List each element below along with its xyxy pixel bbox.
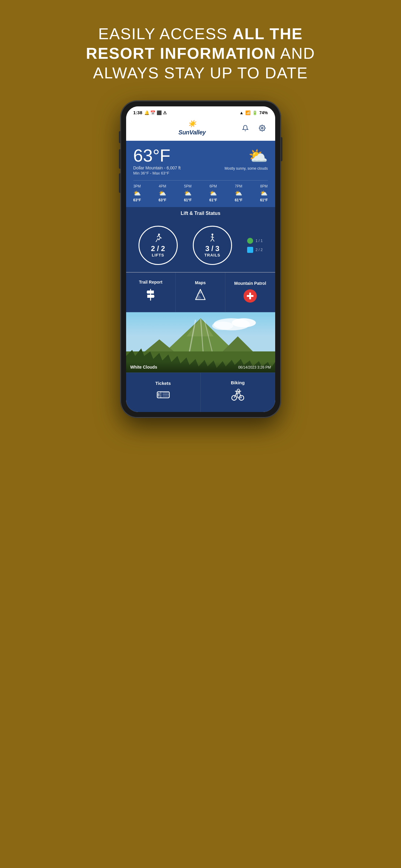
hour-icon: ⛅ — [184, 190, 192, 197]
logo-text: SunValley — [178, 129, 205, 136]
hero-line1-bold: ALL THE — [233, 25, 303, 42]
weather-left: 63°F Dollar Mountain - 6,007 ft Min 36°F… — [133, 147, 181, 176]
svg-point-2 — [211, 234, 213, 236]
svg-line-4 — [210, 239, 212, 241]
biking-label: Biking — [231, 380, 245, 385]
hour-label: 5PM — [184, 184, 192, 188]
status-left: 1:38 🔔 📅 ⬛ ⚠ — [133, 110, 167, 115]
lifts-count: 2 / 2 — [151, 245, 165, 252]
action-tiles: Trail Report Maps — [126, 272, 275, 312]
trails-count: 3 / 3 — [205, 245, 219, 252]
biking-tile[interactable]: Biking — [201, 373, 275, 412]
groomed-fraction: 2 / 2 — [256, 248, 262, 252]
battery-percent: 74% — [259, 110, 268, 115]
trails-label: TRAILS — [204, 253, 220, 257]
mountain-patrol-tile[interactable]: Mountain Patrol — [225, 273, 275, 312]
bike-icon — [231, 389, 245, 404]
weather-icon: ⛅ — [225, 147, 268, 165]
svg-rect-31 — [158, 393, 160, 397]
hero-line2-bold: RESORT INFORMATION — [86, 44, 276, 62]
weather-hour-6: 8PM ⛅ 61°F — [260, 184, 268, 202]
bottom-tiles: Tickets — [126, 373, 275, 412]
status-legend: 1 / 1 2 / 2 — [247, 238, 262, 253]
hour-temp: 63°F — [159, 198, 166, 202]
photo-location: White Clouds — [130, 365, 157, 370]
volume-up-button — [119, 149, 121, 169]
svg-point-19 — [232, 318, 256, 327]
app-logo: ☀️ SunValley — [178, 120, 205, 136]
mute-button — [119, 131, 121, 143]
skier-icon — [153, 233, 163, 244]
hour-temp: 63°F — [133, 198, 141, 202]
top-nav: ☀️ SunValley — [126, 118, 275, 141]
notification-icons: 🔔 📅 ⬛ ⚠ — [144, 110, 167, 115]
tickets-label: Tickets — [155, 381, 171, 386]
mountain-patrol-label: Mountain Patrol — [234, 281, 266, 286]
weather-hour-3: 5PM ⛅ 61°F — [184, 184, 192, 202]
photo-overlay: White Clouds 06/14/2023 3:26 PM — [126, 362, 275, 373]
status-time: 1:38 — [133, 110, 142, 115]
volume-down-button — [119, 173, 121, 193]
weather-right: ⛅ Mostly sunny, some clouds — [225, 147, 268, 170]
svg-marker-13 — [197, 289, 202, 295]
weather-section: 63°F Dollar Mountain - 6,007 ft Min 36°F… — [126, 141, 275, 207]
svg-point-20 — [212, 321, 233, 330]
hour-label: 7PM — [235, 184, 242, 188]
phone-shell: 1:38 🔔 📅 ⬛ ⚠ ▲ 📶 🔋 74% ☀️ SunValley — [121, 101, 281, 417]
lifts-label: LIFTS — [152, 253, 164, 257]
weather-location: Dollar Mountain - 6,007 ft — [133, 165, 181, 170]
weather-hourly: 3PM ⛅ 63°F 4PM ⛅ 63°F 5PM ⛅ 61°F — [133, 180, 268, 202]
maps-label: Maps — [195, 280, 206, 285]
power-button — [281, 137, 282, 161]
signal-icon: 📶 — [245, 110, 251, 115]
trails-circle: 3 / 3 TRAILS — [193, 226, 232, 265]
hour-icon: ⛅ — [133, 190, 141, 197]
battery-icon: 🔋 — [252, 110, 257, 115]
legend-open: 1 / 1 — [247, 238, 262, 244]
hour-temp: 61°F — [184, 198, 192, 202]
hour-label: 3PM — [133, 184, 141, 188]
tickets-tile[interactable]: Tickets — [126, 373, 201, 412]
hour-label: 4PM — [159, 184, 166, 188]
hero-text: EASILY ACCESS ALL THE RESORT INFORMATION… — [56, 0, 345, 101]
notifications-button[interactable] — [240, 123, 251, 133]
hero-line1-normal: EASILY ACCESS — [98, 25, 233, 42]
mountain-icon — [194, 289, 207, 303]
svg-marker-11 — [147, 295, 154, 298]
hour-icon: ⛅ — [209, 190, 217, 197]
hour-temp: 61°F — [260, 198, 268, 202]
sun-icon: ☀️ — [188, 120, 196, 128]
legend-groomed: 2 / 2 — [247, 247, 262, 253]
weather-description: Mostly sunny, some clouds — [225, 166, 268, 170]
maps-tile[interactable]: Maps — [176, 273, 225, 312]
trail-report-tile[interactable]: Trail Report — [126, 273, 176, 312]
hour-temp: 61°F — [209, 198, 217, 202]
svg-point-1 — [158, 234, 160, 236]
hour-icon: ⛅ — [159, 190, 166, 197]
trail-report-label: Trail Report — [139, 280, 162, 284]
groomed-indicator — [247, 247, 253, 253]
status-bar: 1:38 🔔 📅 ⬛ ⚠ ▲ 📶 🔋 74% — [126, 106, 275, 118]
ticket-icon — [156, 390, 170, 403]
hour-icon: ⛅ — [260, 190, 268, 197]
weather-hour-2: 4PM ⛅ 63°F — [159, 184, 166, 202]
phone-screen: 1:38 🔔 📅 ⬛ ⚠ ▲ 📶 🔋 74% ☀️ SunValley — [126, 106, 275, 412]
hour-label: 8PM — [260, 184, 268, 188]
svg-point-0 — [262, 127, 263, 129]
status-right: ▲ 📶 🔋 74% — [239, 110, 268, 115]
red-cross-icon — [244, 289, 257, 303]
hero-line2-normal: AND — [276, 44, 315, 62]
weather-main: 63°F Dollar Mountain - 6,007 ft Min 36°F… — [133, 147, 268, 176]
weather-temp: 63°F — [133, 147, 181, 164]
svg-line-6 — [211, 237, 214, 238]
phone-mockup: 1:38 🔔 📅 ⬛ ⚠ ▲ 📶 🔋 74% ☀️ SunValley — [121, 101, 281, 734]
hour-icon: ⛅ — [235, 190, 242, 197]
weather-hour-1: 3PM ⛅ 63°F — [133, 184, 141, 202]
hour-temp: 61°F — [235, 198, 242, 202]
weather-minmax: Min 36°F - Max 63°F — [133, 171, 181, 176]
open-indicator — [247, 238, 253, 244]
svg-rect-16 — [247, 295, 254, 297]
hero-line3: ALWAYS STAY UP TO DATE — [93, 64, 308, 82]
settings-button[interactable] — [257, 123, 268, 133]
svg-line-5 — [212, 239, 214, 241]
